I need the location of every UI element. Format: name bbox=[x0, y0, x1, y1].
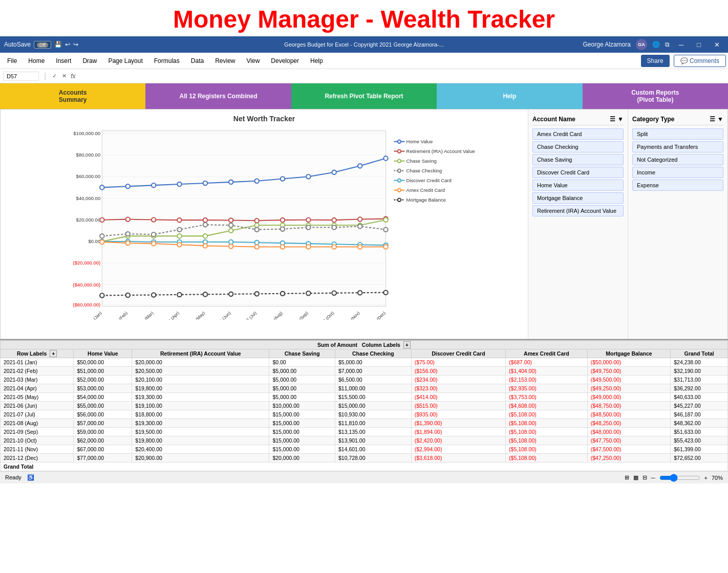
chart-title: Net Worth Tracker bbox=[6, 115, 523, 123]
view-page-break-icon[interactable]: ⊟ bbox=[643, 474, 647, 481]
svg-point-27 bbox=[281, 177, 285, 181]
title-bar: AutoSave Off 💾 ↩ ↪ Georges Budget for Ex… bbox=[0, 36, 728, 53]
menu-help[interactable]: Help bbox=[305, 55, 328, 67]
filter-list-icon[interactable]: ☰ bbox=[610, 116, 615, 123]
share-button[interactable]: Share bbox=[641, 55, 670, 67]
row-label-toggle[interactable]: + bbox=[50, 350, 57, 357]
filter-mortgage[interactable]: Mortgage Balance bbox=[532, 192, 624, 204]
column-labels-toggle[interactable]: + bbox=[403, 341, 411, 348]
filter-chase-checking[interactable]: Chase Checking bbox=[532, 141, 624, 152]
svg-point-82 bbox=[152, 241, 156, 246]
menu-file[interactable]: File bbox=[2, 55, 22, 67]
autosave-badge[interactable]: Off bbox=[34, 41, 51, 49]
zoom-slider[interactable] bbox=[659, 474, 700, 482]
col-row-labels[interactable]: Row Labels + bbox=[1, 349, 74, 358]
filter-expense[interactable]: Expense bbox=[632, 180, 723, 191]
menu-view[interactable]: View bbox=[242, 55, 265, 67]
table-row: 2021-01 (Jan)$50,000.00$20,000.00$0.00$5… bbox=[1, 358, 728, 367]
svg-point-48 bbox=[203, 234, 207, 238]
filter-not-categorized[interactable]: Not Categorized bbox=[632, 154, 723, 165]
svg-text:2021-03 (Mar): 2021-03 (Mar) bbox=[132, 311, 155, 320]
close-button[interactable]: ✕ bbox=[710, 41, 724, 49]
category-list-icon[interactable]: ☰ bbox=[710, 116, 715, 123]
svg-text:($20,000.00): ($20,000.00) bbox=[73, 260, 100, 266]
filter-split[interactable]: Split bbox=[632, 128, 723, 140]
svg-point-117 bbox=[398, 140, 401, 143]
svg-point-23 bbox=[177, 182, 181, 186]
svg-point-57 bbox=[125, 232, 130, 236]
svg-point-129 bbox=[398, 179, 401, 182]
filter-home-value[interactable]: Home Value bbox=[532, 180, 624, 191]
table-row: 2021-11 (Nov)$67,000.00$20,400.00$15,000… bbox=[1, 445, 728, 454]
tab-custom-reports[interactable]: Custom Reports(Pivot Table) bbox=[583, 83, 728, 109]
svg-point-39 bbox=[281, 218, 285, 222]
filter-payments-transfers[interactable]: Payments and Transfers bbox=[632, 141, 723, 152]
accessibility-icon[interactable]: ♿ bbox=[27, 474, 34, 480]
menu-home[interactable]: Home bbox=[23, 55, 50, 67]
checkmark-icon[interactable]: ✓ bbox=[52, 73, 57, 79]
category-filter-label: Category Type bbox=[632, 116, 674, 123]
view-normal-icon[interactable]: ⊞ bbox=[625, 474, 629, 481]
avatar: GA bbox=[636, 39, 647, 50]
svg-point-63 bbox=[281, 227, 285, 231]
filter-income[interactable]: Income bbox=[632, 167, 723, 178]
redo-icon[interactable]: ↪ bbox=[73, 41, 78, 48]
globe-icon[interactable]: 🌐 bbox=[652, 41, 660, 48]
menu-formulas[interactable]: Formulas bbox=[149, 55, 185, 67]
table-row: 2021-07 (Jul)$56,000.00$18,800.00$15,000… bbox=[1, 410, 728, 419]
col-checking: Chase Checking bbox=[335, 349, 411, 358]
menu-insert[interactable]: Insert bbox=[51, 55, 76, 67]
col-amex: Amex Credit Card bbox=[506, 349, 588, 358]
zoom-in-icon[interactable]: + bbox=[704, 475, 708, 481]
svg-point-97 bbox=[229, 292, 233, 296]
filter-chase-saving[interactable]: Chase Saving bbox=[532, 154, 624, 165]
restore-icon[interactable]: ⧉ bbox=[665, 41, 670, 48]
svg-point-83 bbox=[177, 243, 181, 247]
col-ira: Retirement (IRA) Account Value bbox=[132, 349, 269, 358]
undo-icon[interactable]: ↩ bbox=[65, 41, 70, 48]
category-filter-panel: Category Type ☰ ▼ Split Payments and Tra… bbox=[628, 109, 727, 339]
cell-reference[interactable] bbox=[3, 72, 39, 81]
col-saving: Chase Saving bbox=[269, 349, 335, 358]
svg-point-90 bbox=[358, 245, 362, 249]
svg-point-66 bbox=[358, 224, 362, 228]
svg-point-101 bbox=[332, 291, 336, 295]
view-page-layout-icon[interactable]: ▦ bbox=[633, 474, 638, 481]
svg-point-65 bbox=[332, 225, 336, 229]
menu-draw[interactable]: Draw bbox=[77, 55, 102, 67]
tab-accounts-summary[interactable]: AccountsSummary bbox=[0, 83, 145, 109]
tab-all-registers[interactable]: All 12 Registers Combined bbox=[145, 83, 291, 109]
save-icon[interactable]: 💾 bbox=[54, 41, 62, 48]
minimize-button[interactable]: ─ bbox=[675, 41, 688, 49]
col-home-value: Home Value bbox=[74, 349, 132, 358]
filter-retirement[interactable]: Retirement (IRA) Account Value bbox=[532, 205, 624, 216]
table-row: 2021-04 (Apr)$53,000.00$19,800.00$5,000.… bbox=[1, 384, 728, 393]
zoom-out-icon[interactable]: ─ bbox=[651, 475, 655, 481]
menu-pagelayout[interactable]: Page Layout bbox=[103, 55, 147, 67]
svg-point-60 bbox=[203, 223, 207, 227]
tab-refresh-pivot[interactable]: Refresh Pivot Table Report bbox=[291, 83, 437, 109]
svg-point-88 bbox=[306, 245, 310, 249]
filter-amex[interactable]: Amex Credit Card bbox=[532, 128, 624, 140]
maximize-button[interactable]: □ bbox=[693, 41, 705, 49]
svg-point-22 bbox=[152, 183, 156, 187]
svg-point-35 bbox=[177, 218, 181, 222]
chart-svg: $100,000.00 $80,000.00 $60,000.00 $40,00… bbox=[6, 125, 523, 320]
menu-review[interactable]: Review bbox=[210, 55, 240, 67]
formula-divider: | bbox=[44, 72, 46, 81]
formula-input[interactable] bbox=[79, 72, 725, 80]
category-funnel-icon[interactable]: ▼ bbox=[717, 116, 723, 123]
tab-help[interactable]: Help bbox=[437, 83, 582, 109]
menu-developer[interactable]: Developer bbox=[266, 55, 304, 67]
svg-text:2021-09 (Sep): 2021-09 (Sep) bbox=[286, 311, 309, 320]
svg-text:2021-02 (Feb): 2021-02 (Feb) bbox=[105, 311, 129, 320]
filter-discover[interactable]: Discover Credit Card bbox=[532, 167, 624, 178]
cancel-formula-icon[interactable]: ✕ bbox=[62, 73, 67, 79]
comments-button[interactable]: 💬 Comments bbox=[674, 55, 726, 67]
svg-point-92 bbox=[100, 293, 104, 297]
filter-funnel-icon[interactable]: ▼ bbox=[617, 116, 624, 123]
menu-data[interactable]: Data bbox=[186, 55, 209, 67]
autosave-state: Off bbox=[37, 42, 48, 48]
svg-point-62 bbox=[254, 228, 259, 232]
svg-point-25 bbox=[229, 180, 233, 184]
